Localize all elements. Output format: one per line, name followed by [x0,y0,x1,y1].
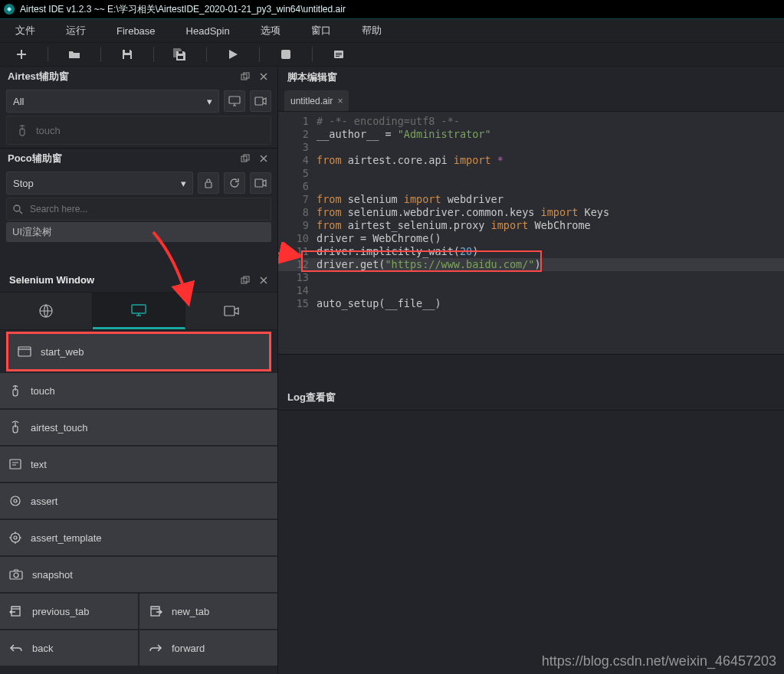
svg-rect-10 [336,54,342,55]
undock-icon[interactable] [239,70,251,83]
cmd-assert-template[interactable]: assert_template [0,520,277,555]
undock-icon[interactable] [239,152,251,165]
selenium-panel-header: Selenium Window [0,267,277,290]
svg-rect-18 [205,182,212,188]
cmd-new-tab[interactable]: new_tab [139,594,277,629]
poco-mode-select[interactable]: Stop ▾ [6,172,193,195]
save-button[interactable] [106,43,149,66]
svg-rect-3 [125,50,130,53]
cmd-back[interactable]: back [0,630,139,666]
svg-rect-14 [229,97,240,103]
camera-icon [9,569,23,580]
svg-rect-27 [10,460,21,469]
device-screen-button[interactable] [224,90,245,112]
svg-rect-9 [336,53,342,54]
run-button[interactable] [212,43,254,66]
svg-point-33 [14,573,18,577]
log-panel-header: Log查看窗 [278,385,784,411]
cmd-start-web[interactable]: start_web [8,334,269,369]
svg-rect-19 [255,179,263,187]
camera-icon [223,305,240,317]
window-title: Airtest IDE v1.2.3 ~~ E:\学习相关\AirtestIDE… [20,3,346,16]
cmd-assert[interactable]: assert [0,483,277,519]
close-icon[interactable] [258,70,270,83]
app-icon [3,3,20,15]
menu-file[interactable]: 文件 [0,19,51,42]
editor-panel-header: 脚本编辑窗 [278,67,784,88]
menu-run[interactable]: 运行 [51,19,101,42]
cmd-forward[interactable]: forward [139,630,277,666]
cmd-airtest-touch[interactable]: airtest_touch [0,410,277,445]
selenium-tab-screen[interactable] [93,293,185,329]
editor-tabs: untitled.air × [278,88,784,112]
window-title-bar: Airtest IDE v1.2.3 ~~ E:\学习相关\AirtestIDE… [0,0,784,19]
svg-rect-26 [18,347,31,356]
prev-tab-icon [9,606,23,617]
new-tab-icon [149,606,162,617]
cmd-snapshot[interactable]: snapshot [0,557,277,592]
save-all-button[interactable] [159,43,202,66]
editor-tab[interactable]: untitled.air × [284,90,349,111]
stop-button[interactable] [264,43,307,66]
close-icon[interactable] [258,274,270,286]
highlight-start-web: start_web [6,332,271,371]
lock-button[interactable] [198,172,219,194]
cmd-previous-tab[interactable]: previous_tab [0,594,139,629]
selenium-tabs [0,292,277,330]
menu-firebase[interactable]: Firebase [101,19,171,42]
selenium-tab-record[interactable] [185,293,277,329]
close-icon[interactable] [258,152,270,165]
poco-panel-header: Poco辅助窗 [0,149,277,168]
browser-icon [18,346,31,357]
monitor-icon [130,303,147,317]
chevron-down-icon: ▾ [207,96,212,107]
chevron-down-icon: ▾ [181,178,186,189]
close-tab-icon[interactable]: × [337,96,343,106]
log-panel: Log查看窗 [278,354,784,674]
menu-bar: 文件 运行 Firebase HeadSpin 选项 窗口 帮助 [0,19,784,43]
target-icon [9,495,21,507]
poco-record-button[interactable] [250,172,271,194]
forward-icon [149,643,162,653]
tool-bar [0,43,784,67]
svg-rect-24 [132,305,146,313]
svg-point-20 [14,205,20,211]
cmd-touch[interactable]: touch [0,373,277,408]
selenium-tab-web[interactable] [0,293,93,329]
svg-rect-15 [255,97,263,105]
menu-window[interactable]: 窗口 [296,19,346,42]
airtest-filter-select[interactable]: All ▾ [6,90,219,113]
svg-point-29 [14,499,17,502]
undock-icon[interactable] [239,274,251,286]
target-icon [9,532,21,544]
svg-rect-7 [281,50,290,59]
svg-rect-6 [178,56,183,59]
open-file-button[interactable] [53,43,96,66]
touch-icon [9,384,21,398]
search-icon [7,204,28,214]
menu-help[interactable]: 帮助 [346,19,397,42]
back-icon [9,643,23,653]
menu-headspin[interactable]: HeadSpin [171,19,245,42]
refresh-button[interactable] [224,172,245,194]
poco-search[interactable] [6,198,271,221]
globe-icon [38,303,54,319]
poco-ui-root[interactable]: UI渲染树 [6,222,271,242]
new-file-button[interactable] [0,43,43,66]
code-editor[interactable]: 1# -*- encoding=utf8 -*- 2__author__ = "… [278,112,784,354]
airtest-touch-cmd[interactable]: touch [6,116,271,145]
svg-rect-25 [225,306,235,316]
svg-point-31 [14,536,17,539]
menu-options[interactable]: 选项 [245,19,296,42]
watermark: https://blog.csdn.net/weixin_46457203 [542,653,776,669]
svg-rect-2 [17,54,26,55]
record-button[interactable] [250,90,271,112]
svg-point-30 [11,533,20,542]
poco-search-input[interactable] [28,203,271,215]
report-button[interactable] [317,43,360,66]
svg-rect-4 [124,55,130,59]
touch-icon [16,123,28,137]
cmd-text[interactable]: text [0,447,277,482]
svg-rect-5 [179,51,182,54]
svg-point-28 [11,496,20,506]
